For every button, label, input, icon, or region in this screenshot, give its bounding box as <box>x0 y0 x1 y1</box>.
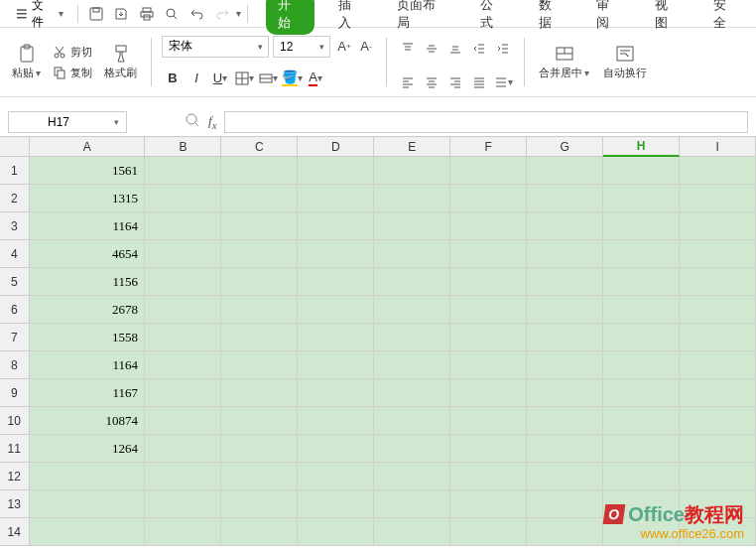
cell[interactable] <box>450 296 527 324</box>
cell[interactable] <box>680 268 756 296</box>
cell[interactable] <box>221 240 298 268</box>
cell[interactable] <box>450 490 527 518</box>
name-box[interactable]: ▾ <box>8 111 127 133</box>
cell[interactable] <box>221 351 298 379</box>
cut-button[interactable]: 剪切 <box>49 43 96 62</box>
cell[interactable] <box>298 185 374 212</box>
merge-center-button[interactable]: 合并居中▾ <box>535 32 593 92</box>
copy-button[interactable]: 复制 <box>49 64 96 82</box>
undo-button[interactable] <box>186 2 209 26</box>
col-header[interactable]: H <box>603 137 680 157</box>
cell[interactable]: 2678 <box>30 296 145 324</box>
print-button[interactable] <box>135 2 159 26</box>
distribute-button[interactable]: ▾ <box>492 71 514 93</box>
cell[interactable] <box>145 212 221 240</box>
decrease-font-button[interactable]: A- <box>356 37 376 57</box>
cell[interactable] <box>221 379 298 407</box>
cell[interactable] <box>298 296 374 324</box>
cell[interactable] <box>680 324 756 351</box>
cell[interactable] <box>221 296 298 324</box>
cell[interactable] <box>298 268 374 296</box>
cell[interactable] <box>603 240 680 268</box>
cell[interactable] <box>374 435 450 463</box>
cell[interactable] <box>298 435 374 463</box>
cell[interactable] <box>374 463 450 490</box>
cell[interactable]: 1156 <box>30 268 145 296</box>
col-header[interactable]: G <box>527 137 603 157</box>
row-header[interactable]: 1 <box>0 157 30 185</box>
tab-formula[interactable]: 公式 <box>470 0 515 35</box>
row-header[interactable]: 13 <box>0 490 30 518</box>
row-header[interactable]: 2 <box>0 185 30 212</box>
cell[interactable] <box>298 351 374 379</box>
cell[interactable] <box>603 490 680 518</box>
cell[interactable] <box>221 463 298 490</box>
align-center-button[interactable] <box>421 71 442 93</box>
cell[interactable] <box>145 435 221 463</box>
cell[interactable] <box>374 324 450 351</box>
cell[interactable] <box>680 407 756 435</box>
col-header[interactable]: D <box>298 137 374 157</box>
paste-button[interactable]: 粘贴▾ <box>8 44 45 80</box>
cell[interactable] <box>374 268 450 296</box>
cell[interactable] <box>603 351 680 379</box>
col-header[interactable]: C <box>221 137 298 157</box>
cell[interactable] <box>527 518 603 546</box>
row-header[interactable]: 12 <box>0 463 30 490</box>
cell[interactable] <box>450 268 527 296</box>
export-button[interactable] <box>110 2 134 26</box>
cell[interactable] <box>298 490 374 518</box>
cell[interactable] <box>680 518 756 546</box>
font-name-combo[interactable]: ▾ <box>162 36 269 58</box>
cell[interactable]: 4654 <box>30 240 145 268</box>
row-header[interactable]: 3 <box>0 212 30 240</box>
italic-button[interactable]: I <box>186 68 207 89</box>
cell[interactable] <box>145 240 221 268</box>
cell[interactable] <box>30 490 145 518</box>
redo-button[interactable] <box>211 2 235 26</box>
cell[interactable] <box>298 463 374 490</box>
cell[interactable] <box>527 185 603 212</box>
justify-button[interactable] <box>468 71 490 93</box>
bold-button[interactable]: B <box>162 68 184 89</box>
cell[interactable] <box>298 157 374 185</box>
zoom-icon[interactable] <box>185 112 200 131</box>
cell[interactable] <box>603 435 680 463</box>
cell[interactable] <box>527 490 603 518</box>
cell[interactable] <box>527 379 603 407</box>
cell[interactable] <box>298 518 374 546</box>
row-header[interactable]: 11 <box>0 435 30 463</box>
cell[interactable] <box>145 407 221 435</box>
cell[interactable] <box>680 379 756 407</box>
cell[interactable] <box>450 435 527 463</box>
col-header[interactable]: F <box>450 137 527 157</box>
cell[interactable] <box>680 351 756 379</box>
cell[interactable] <box>145 351 221 379</box>
tab-insert[interactable]: 插入 <box>328 0 373 35</box>
formula-input[interactable] <box>224 111 748 133</box>
row-header[interactable]: 7 <box>0 324 30 351</box>
cell[interactable] <box>450 379 527 407</box>
cell[interactable] <box>221 268 298 296</box>
cell[interactable] <box>298 324 374 351</box>
row-header[interactable]: 5 <box>0 268 30 296</box>
cell[interactable]: 10874 <box>30 407 145 435</box>
cell[interactable] <box>527 324 603 351</box>
cell[interactable] <box>450 212 527 240</box>
cell[interactable] <box>450 240 527 268</box>
strike-button[interactable]: ▾ <box>257 68 279 89</box>
cell[interactable] <box>680 212 756 240</box>
col-header[interactable]: A <box>30 137 145 157</box>
row-header[interactable]: 8 <box>0 351 30 379</box>
cell[interactable] <box>145 518 221 546</box>
font-color-button[interactable]: A▾ <box>305 68 326 89</box>
cell[interactable]: 1561 <box>30 157 145 185</box>
underline-button[interactable]: U▾ <box>209 68 231 89</box>
cell[interactable] <box>374 518 450 546</box>
cell[interactable]: 1164 <box>30 351 145 379</box>
cell[interactable] <box>527 157 603 185</box>
cell[interactable] <box>145 324 221 351</box>
cell[interactable] <box>603 157 680 185</box>
cell[interactable] <box>680 185 756 212</box>
cell[interactable] <box>527 463 603 490</box>
